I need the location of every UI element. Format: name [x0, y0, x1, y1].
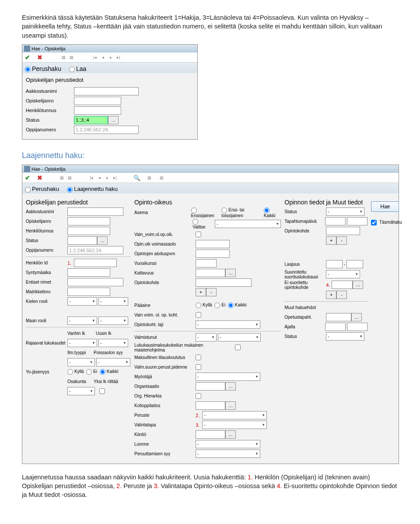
input[interactable]: [347, 323, 368, 331]
checkbox[interactable]: [235, 345, 241, 350]
dropdown[interactable]: -: [326, 270, 360, 278]
radio-ei[interactable]: Ei: [86, 369, 97, 375]
lookup-button[interactable]: …: [225, 382, 236, 390]
input[interactable]: [196, 430, 225, 439]
dropdown[interactable]: -: [196, 320, 260, 329]
dropdown[interactable]: -: [326, 332, 364, 341]
dropdown[interactable]: -: [67, 297, 97, 306]
input[interactable]: [67, 227, 110, 235]
copy-icon[interactable]: ▤: [146, 174, 153, 181]
cancel-icon[interactable]: ✖: [36, 174, 43, 181]
status-lookup-button[interactable]: …: [108, 116, 119, 124]
dropdown[interactable]: -: [326, 207, 364, 216]
page-first-icon[interactable]: |◂: [91, 54, 98, 61]
plus-button[interactable]: +: [326, 291, 336, 299]
input[interactable]: [67, 217, 110, 225]
lookup-button[interactable]: …: [225, 401, 236, 410]
radio-kylla[interactable]: Kyllä: [67, 369, 84, 375]
lookup-button[interactable]: …: [225, 430, 236, 439]
input[interactable]: [325, 217, 346, 225]
nav-icon[interactable]: ▤: [58, 174, 65, 181]
radio-kylla[interactable]: Kyllä: [196, 302, 212, 308]
input[interactable]: [325, 323, 346, 331]
dropdown[interactable]: -: [67, 339, 97, 347]
paste-icon[interactable]: ▤: [158, 174, 165, 181]
dropdown[interactable]: -: [67, 387, 95, 395]
input[interactable]: [196, 240, 230, 248]
page-prev-icon[interactable]: ◂: [99, 54, 106, 61]
radio-ensis[interactable]: Ensisijainen: [191, 207, 219, 218]
zoom-icon[interactable]: 🔍: [133, 174, 140, 181]
checkbox[interactable]: [196, 355, 201, 360]
input-opiskelijanro[interactable]: [74, 97, 121, 105]
dropdown[interactable]: -: [196, 440, 260, 448]
input-henkilotunnus[interactable]: [74, 106, 121, 115]
checkbox[interactable]: [196, 364, 201, 370]
radio-valitse[interactable]: Valitse: [192, 219, 211, 229]
input[interactable]: [196, 382, 225, 390]
checkbox[interactable]: [196, 312, 201, 318]
radio-ensitoi[interactable]: Ensi- tai toissijainen: [221, 207, 264, 218]
input[interactable]: 1.2.246.562.24.: [67, 246, 123, 254]
input[interactable]: [67, 278, 123, 286]
page-first-icon[interactable]: |◂: [88, 174, 95, 181]
lookup-button[interactable]: …: [353, 281, 363, 289]
tab-laajennettu-cut[interactable]: Laa: [69, 65, 86, 72]
input[interactable]: [67, 288, 110, 296]
dropdown[interactable]: -: [196, 450, 260, 458]
tab-perushaku-2[interactable]: Perushaku: [25, 186, 59, 192]
nav-last-icon[interactable]: ▤: [68, 54, 75, 61]
input-oppijanumero[interactable]: 1.2.246.562.24.: [74, 126, 139, 134]
input[interactable]: [196, 401, 225, 410]
input[interactable]: [347, 217, 368, 225]
lookup-button[interactable]: …: [97, 236, 108, 245]
input[interactable]: [67, 207, 123, 216]
input[interactable]: [74, 259, 117, 267]
plus-button[interactable]: +: [326, 236, 336, 245]
dropdown[interactable]: -: [196, 373, 260, 381]
page-last-icon[interactable]: ▸|: [112, 174, 119, 181]
input[interactable]: [67, 236, 97, 245]
radio-ei[interactable]: Ei: [214, 302, 225, 308]
input[interactable]: [332, 281, 353, 289]
dropdown[interactable]: -: [98, 339, 128, 347]
hae-button[interactable]: Hae: [371, 201, 399, 212]
dropdown[interactable]: -: [96, 358, 130, 366]
input[interactable]: [196, 269, 225, 277]
nav-first-icon[interactable]: ▤: [60, 54, 67, 61]
dropdown[interactable]: -: [196, 333, 217, 341]
input[interactable]: [326, 260, 343, 268]
checkbox[interactable]: [196, 232, 201, 237]
page-next-icon[interactable]: ▸: [104, 174, 111, 181]
plus-button[interactable]: +: [196, 288, 206, 296]
page-last-icon[interactable]: ▸|: [115, 54, 122, 61]
cancel-icon[interactable]: ✖: [36, 54, 43, 61]
checkbox[interactable]: [99, 388, 105, 394]
dropdown[interactable]: -: [98, 317, 128, 325]
radio-kaikki[interactable]: Kaikki: [228, 302, 247, 308]
checkbox-tasmahaku[interactable]: Täsmähaku: [371, 220, 402, 225]
dropdown[interactable]: -: [98, 297, 128, 306]
input[interactable]: [346, 260, 363, 268]
radio-kaikki[interactable]: Kaikki: [264, 207, 281, 218]
dropdown[interactable]: -: [67, 317, 97, 325]
nav-icon[interactable]: ▤: [66, 174, 73, 181]
lookup-button[interactable]: …: [225, 269, 236, 277]
checkbox[interactable]: [196, 393, 201, 399]
input[interactable]: [196, 278, 252, 287]
input-status[interactable]: 1.;3.;4: [74, 116, 108, 124]
input[interactable]: [326, 227, 360, 235]
accept-icon[interactable]: ✔: [24, 174, 31, 181]
minus-button[interactable]: -: [206, 288, 217, 296]
dropdown[interactable]: -: [215, 220, 281, 228]
lookup-button[interactable]: …: [351, 313, 362, 321]
dropdown[interactable]: -: [202, 421, 267, 429]
accept-icon[interactable]: ✔: [24, 54, 31, 61]
dropdown[interactable]: -: [202, 411, 267, 419]
page-prev-icon[interactable]: ◂: [96, 174, 103, 181]
dropdown[interactable]: -: [218, 333, 261, 341]
tab-laajennettu-2[interactable]: Laajennettu haku: [67, 186, 118, 192]
minus-button[interactable]: -: [336, 236, 347, 245]
input[interactable]: [67, 268, 110, 277]
input[interactable]: [326, 313, 351, 321]
